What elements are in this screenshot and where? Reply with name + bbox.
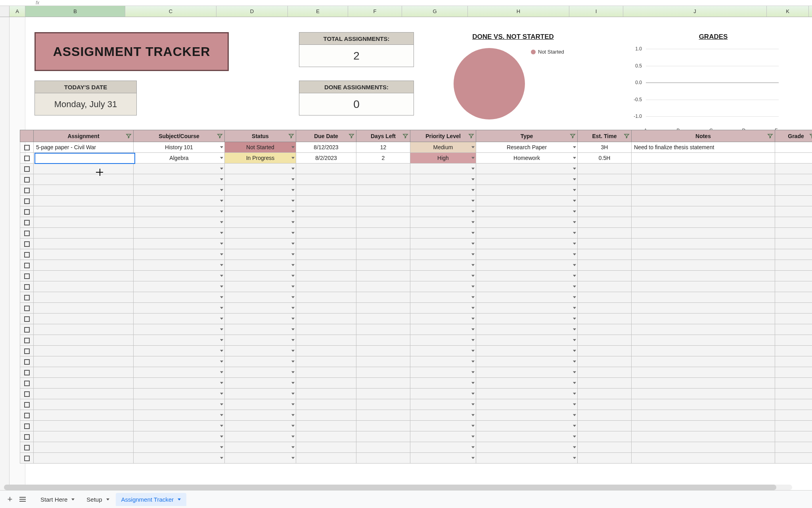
- dropdown-arrow-icon[interactable]: [291, 350, 295, 352]
- empty-cell[interactable]: [356, 335, 410, 346]
- empty-cell[interactable]: [476, 174, 578, 185]
- row-checkbox-cell[interactable]: [20, 421, 34, 431]
- empty-cell[interactable]: [134, 271, 225, 281]
- all-sheets-menu-button[interactable]: [17, 493, 29, 505]
- empty-cell[interactable]: [296, 442, 356, 453]
- dropdown-arrow-icon[interactable]: [291, 457, 295, 459]
- filter-icon[interactable]: [624, 133, 630, 139]
- dropdown-arrow-icon[interactable]: [471, 243, 475, 245]
- empty-cell[interactable]: [356, 228, 410, 239]
- empty-cell[interactable]: [410, 228, 476, 239]
- empty-cell[interactable]: [296, 421, 356, 431]
- empty-cell[interactable]: [476, 431, 578, 442]
- checkbox-icon[interactable]: [24, 413, 30, 418]
- notes-cell[interactable]: Need to finalize thesis statement: [632, 142, 775, 153]
- empty-cell[interactable]: [225, 431, 296, 442]
- empty-cell[interactable]: [578, 260, 632, 271]
- empty-cell[interactable]: [578, 196, 632, 206]
- empty-cell[interactable]: [356, 196, 410, 206]
- empty-cell[interactable]: [356, 324, 410, 335]
- empty-cell[interactable]: [356, 356, 410, 367]
- dropdown-arrow-icon[interactable]: [471, 361, 475, 363]
- row-checkbox-cell[interactable]: [20, 389, 34, 399]
- empty-cell[interactable]: [34, 356, 134, 367]
- chevron-down-icon[interactable]: [106, 498, 109, 500]
- empty-cell[interactable]: [356, 217, 410, 228]
- dropdown-arrow-icon[interactable]: [471, 371, 475, 373]
- empty-cell[interactable]: [225, 335, 296, 346]
- empty-cell[interactable]: [296, 228, 356, 239]
- empty-cell[interactable]: [34, 228, 134, 239]
- column-header-status[interactable]: Status: [225, 130, 296, 142]
- empty-cell[interactable]: [632, 164, 775, 174]
- dropdown-arrow-icon[interactable]: [471, 393, 475, 395]
- column-header-j[interactable]: J: [623, 6, 767, 17]
- dropdown-arrow-icon[interactable]: [471, 264, 475, 266]
- empty-cell[interactable]: [34, 314, 134, 324]
- dropdown-arrow-icon[interactable]: [291, 329, 295, 331]
- empty-cell[interactable]: [134, 356, 225, 367]
- checkbox-icon[interactable]: [24, 284, 30, 290]
- empty-cell[interactable]: [775, 260, 812, 271]
- row-checkbox-cell[interactable]: [20, 303, 34, 314]
- checkbox-icon[interactable]: [24, 445, 30, 450]
- empty-cell[interactable]: [410, 324, 476, 335]
- empty-cell[interactable]: [296, 453, 356, 464]
- dropdown-arrow-icon[interactable]: [573, 446, 576, 448]
- grade-cell[interactable]: [775, 142, 812, 153]
- empty-cell[interactable]: [34, 453, 134, 464]
- dropdown-arrow-icon[interactable]: [220, 414, 223, 416]
- empty-cell[interactable]: [632, 271, 775, 281]
- empty-cell[interactable]: [632, 356, 775, 367]
- empty-cell[interactable]: [476, 410, 578, 421]
- dropdown-arrow-icon[interactable]: [573, 350, 576, 352]
- dropdown-arrow-icon[interactable]: [471, 307, 475, 309]
- dropdown-arrow-icon[interactable]: [573, 339, 576, 341]
- checkbox-icon[interactable]: [24, 209, 30, 215]
- empty-cell[interactable]: [775, 174, 812, 185]
- empty-cell[interactable]: [34, 346, 134, 356]
- empty-cell[interactable]: [356, 260, 410, 271]
- empty-cell[interactable]: [34, 389, 134, 399]
- empty-cell[interactable]: [134, 399, 225, 410]
- empty-cell[interactable]: [296, 356, 356, 367]
- empty-cell[interactable]: [296, 314, 356, 324]
- empty-cell[interactable]: [134, 335, 225, 346]
- dropdown-arrow-icon[interactable]: [471, 157, 475, 159]
- column-header-type[interactable]: Type: [476, 130, 578, 142]
- empty-cell[interactable]: [410, 410, 476, 421]
- empty-cell[interactable]: [476, 442, 578, 453]
- dropdown-arrow-icon[interactable]: [220, 179, 223, 181]
- row-checkbox-cell[interactable]: [20, 271, 34, 281]
- checkbox-icon[interactable]: [24, 198, 30, 204]
- dropdown-arrow-icon[interactable]: [220, 382, 223, 384]
- empty-cell[interactable]: [225, 174, 296, 185]
- empty-cell[interactable]: [476, 164, 578, 174]
- scrollbar-thumb[interactable]: [4, 485, 776, 490]
- dropdown-arrow-icon[interactable]: [220, 146, 223, 148]
- dropdown-arrow-icon[interactable]: [291, 200, 295, 202]
- empty-cell[interactable]: [134, 174, 225, 185]
- empty-cell[interactable]: [296, 335, 356, 346]
- empty-cell[interactable]: [356, 346, 410, 356]
- empty-cell[interactable]: [632, 217, 775, 228]
- empty-cell[interactable]: [775, 185, 812, 196]
- empty-cell[interactable]: [775, 281, 812, 292]
- empty-cell[interactable]: [356, 399, 410, 410]
- empty-cell[interactable]: [476, 421, 578, 431]
- priority-cell[interactable]: High: [410, 153, 476, 164]
- empty-cell[interactable]: [410, 206, 476, 217]
- empty-cell[interactable]: [476, 228, 578, 239]
- empty-cell[interactable]: [225, 260, 296, 271]
- empty-cell[interactable]: [775, 335, 812, 346]
- row-checkbox-cell[interactable]: [20, 335, 34, 346]
- empty-cell[interactable]: [476, 185, 578, 196]
- empty-cell[interactable]: [296, 292, 356, 303]
- empty-cell[interactable]: [476, 196, 578, 206]
- row-checkbox-cell[interactable]: [20, 142, 34, 153]
- empty-cell[interactable]: [410, 431, 476, 442]
- dropdown-arrow-icon[interactable]: [573, 457, 576, 459]
- empty-cell[interactable]: [34, 335, 134, 346]
- column-header-subject-course[interactable]: Subject/Course: [134, 130, 225, 142]
- grid-content[interactable]: ASSIGNMENT TRACKER TODAY'S DATE Monday, …: [10, 17, 812, 490]
